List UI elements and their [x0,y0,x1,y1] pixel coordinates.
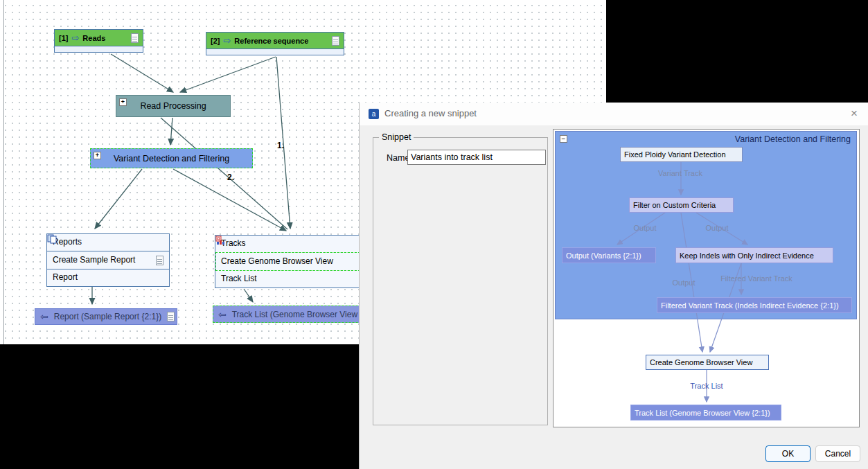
input-node-reference-sequence[interactable]: [2] ⇨ Reference sequence [206,32,344,55]
preview-node-filter-custom-criteria[interactable]: Filter on Custom Criteria [629,197,734,213]
cancel-button[interactable]: Cancel [815,445,860,462]
screen: 1. 2. [1] ⇨ Reads [2] ⇨ Reference sequen… [0,0,868,469]
edge-label-output: Output [705,224,728,232]
group-node-label: Variant Detection and Filtering [114,154,229,163]
output-node-report[interactable]: ⇦ Report (Sample Report {2:1}) [35,308,177,325]
preview-node-track-list-output[interactable]: Track List (Genome Browser View {2:1}) [630,405,781,421]
creating-new-snippet-dialog: a Creating a new snippet × Snippet Name:… [359,103,868,469]
preview-node-create-genome-browser-view[interactable]: Create Genome Browser View [646,355,769,370]
reports-box-header: Reports [47,234,169,251]
snippet-name-input[interactable] [407,150,546,165]
close-icon[interactable]: × [844,104,865,123]
tool-label: Create Sample Report [53,252,135,268]
expand-icon[interactable]: + [119,98,127,106]
expand-icon[interactable]: + [94,152,101,159]
group-node-read-processing[interactable]: + Read Processing [116,95,231,117]
app-icon: a [369,109,379,119]
edge-label-output: Output [672,278,695,287]
output-arrow-icon: ⇦ [218,310,227,319]
node-port-strip [206,49,344,55]
reports-box[interactable]: Reports Create Sample Report Report [46,233,170,287]
tool-create-genome-browser-view[interactable]: Create Genome Browser View [215,252,371,271]
tool-label: Create Genome Browser View [221,254,333,269]
snippet-preview-panel: − Variant Detection and Filtering [553,129,860,427]
input-arrow-icon: ⇨ [223,36,231,45]
tracks-box[interactable]: Tracks Create Genome Browser View Track … [215,235,371,288]
canvas-left-border [3,0,4,344]
preview-node-filtered-variant-track[interactable]: Filtered Variant Track (Indels Indirect … [657,297,852,313]
input-node-label: Reference sequence [234,37,308,45]
document-icon [131,33,139,43]
edge-label-output: Output [633,224,656,232]
preview-node-output-variants[interactable]: Output (Variants {2:1}) [562,247,656,263]
reports-box-port: Report [47,269,169,286]
input-index: [2] [211,37,220,45]
document-icon [156,256,163,265]
snippet-group-legend: Snippet [379,132,414,142]
edge-label-2: 2. [227,172,234,182]
snippet-group-box: Snippet Name: [373,137,548,425]
input-arrow-icon: ⇨ [71,33,79,42]
collapse-icon[interactable]: − [560,135,567,143]
input-node-reads[interactable]: [1] ⇨ Reads [54,29,143,53]
output-arrow-icon: ⇦ [40,312,48,321]
tracks-box-header: Tracks [215,236,371,252]
edge-label-filtered-variant-track: Filtered Variant Track [720,274,792,283]
edge-label-track-list: Track List [690,382,723,390]
group-node-label: Read Processing [140,101,206,111]
group-node-variant-detection[interactable]: + Variant Detection and Filtering [90,148,253,168]
tracks-box-port: Track List [215,271,371,287]
preview-node-fixed-ploidy[interactable]: Fixed Ploidy Variant Detection [620,147,743,162]
output-node-label: Track List (Genome Browser View {2:1}) [232,310,380,319]
edge-label-variant-track: Variant Track [658,169,702,177]
node-port-strip [55,46,143,52]
output-node-label: Report (Sample Report {2:1}) [54,312,161,321]
document-icon [332,36,339,46]
input-node-label: Reads [82,34,105,42]
tool-create-sample-report[interactable]: Create Sample Report [47,251,169,269]
preview-group-title: Variant Detection and Filtering [735,134,851,144]
dialog-title: Creating a new snippet [384,108,477,118]
dialog-titlebar[interactable]: a Creating a new snippet × [360,103,868,125]
ok-button[interactable]: OK [765,445,811,462]
document-icon [167,312,175,321]
preview-node-keep-indels[interactable]: Keep Indels with Only Indirect Evidence [675,247,833,263]
edge-label-1: 1. [277,141,284,150]
input-index: [1] [59,34,68,42]
